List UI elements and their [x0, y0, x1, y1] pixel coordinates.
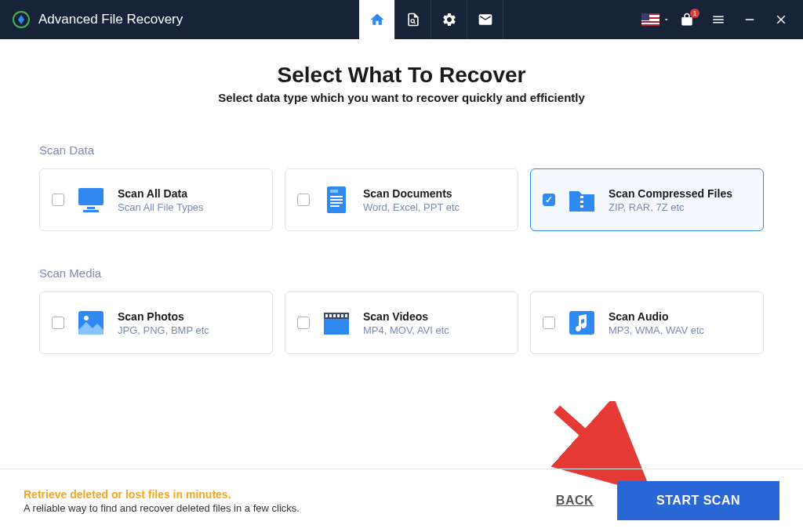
checkbox-audio[interactable]: [543, 317, 555, 329]
language-selector[interactable]: [641, 5, 670, 34]
audio-icon: [566, 308, 598, 338]
document-icon: [321, 185, 352, 215]
card-text: Scan Photos JPG, PNG, BMP etc: [118, 310, 209, 336]
card-text: Scan All Data Scan All File Types: [118, 187, 204, 213]
svg-rect-4: [78, 188, 104, 205]
svg-rect-9: [330, 196, 343, 197]
svg-rect-21: [333, 314, 336, 317]
svg-rect-24: [345, 314, 347, 317]
svg-rect-15: [580, 205, 583, 208]
card-desc: MP3, WMA, WAV etc: [609, 324, 704, 336]
card-title: Scan Documents: [363, 187, 460, 200]
svg-line-28: [557, 409, 631, 476]
nav-tab-settings[interactable]: [431, 0, 467, 39]
minimize-button[interactable]: [736, 5, 764, 34]
card-desc: JPG, PNG, BMP etc: [118, 324, 209, 336]
minimize-icon: [743, 13, 757, 27]
search-doc-icon: [405, 12, 421, 27]
card-desc: MP4, MOV, AVI etc: [363, 324, 449, 336]
card-text: Scan Videos MP4, MOV, AVI etc: [363, 310, 449, 336]
photo-icon: [75, 308, 107, 338]
svg-rect-10: [330, 199, 343, 201]
svg-rect-25: [324, 319, 349, 335]
svg-rect-8: [330, 190, 338, 193]
back-button[interactable]: BACK: [556, 494, 594, 508]
card-text: Scan Audio MP3, WMA, WAV etc: [609, 310, 704, 336]
nav-tab-scan[interactable]: [395, 0, 431, 39]
card-text: Scan Documents Word, Excel, PPT etc: [363, 187, 460, 213]
nav-tab-mail[interactable]: [467, 0, 503, 39]
footer-subline: A reliable way to find and recover delet…: [24, 502, 300, 514]
svg-rect-13: [580, 196, 583, 198]
svg-rect-5: [87, 207, 95, 209]
svg-rect-6: [83, 210, 99, 212]
checkbox-photos[interactable]: [52, 317, 64, 329]
svg-point-1: [411, 20, 414, 23]
close-button[interactable]: [767, 5, 795, 34]
card-title: Scan Compressed Files: [609, 187, 732, 200]
card-scan-photos[interactable]: Scan Photos JPG, PNG, BMP etc: [39, 291, 273, 354]
card-desc: ZIP, RAR, 7Z etc: [609, 201, 732, 213]
checkbox-videos[interactable]: [297, 317, 310, 329]
gear-icon: [441, 12, 457, 27]
checkbox-all-data[interactable]: [52, 194, 64, 206]
card-scan-all[interactable]: Scan All Data Scan All File Types: [39, 168, 273, 231]
home-icon: [369, 12, 385, 27]
card-scan-videos[interactable]: Scan Videos MP4, MOV, AVI etc: [285, 291, 518, 354]
footer: Retrieve deleted or lost files in minute…: [0, 469, 803, 532]
svg-rect-3: [746, 19, 754, 20]
app-title: Advanced File Recovery: [38, 12, 183, 27]
card-desc: Scan All File Types: [118, 201, 204, 213]
svg-rect-23: [341, 314, 343, 317]
card-desc: Word, Excel, PPT etc: [363, 201, 460, 213]
card-row-data: Scan All Data Scan All File Types Scan D…: [39, 168, 764, 231]
svg-rect-22: [337, 314, 340, 317]
chevron-down-icon: [663, 16, 670, 24]
zip-icon: [566, 185, 598, 215]
main-content: Select What To Recover Select data type …: [0, 39, 803, 354]
card-row-media: Scan Photos JPG, PNG, BMP etc Scan Video…: [39, 291, 764, 354]
card-title: Scan Photos: [118, 310, 209, 323]
video-icon: [321, 308, 352, 338]
card-scan-audio[interactable]: Scan Audio MP3, WMA, WAV etc: [530, 291, 764, 354]
footer-text: Retrieve deleted or lost files in minute…: [24, 488, 300, 514]
svg-rect-12: [330, 205, 340, 207]
svg-point-17: [84, 316, 89, 320]
card-scan-compressed[interactable]: Scan Compressed Files ZIP, RAR, 7Z etc: [530, 168, 764, 231]
titlebar: Advanced File Recovery 1: [0, 0, 803, 39]
card-title: Scan All Data: [118, 187, 204, 200]
footer-actions: BACK START SCAN: [556, 481, 779, 520]
page-subheading: Select data type which you want to recov…: [39, 91, 764, 104]
nav-tab-home[interactable]: [359, 0, 395, 39]
card-title: Scan Audio: [609, 310, 704, 323]
svg-rect-14: [580, 201, 583, 203]
notification-badge: 1: [690, 9, 699, 18]
section-label-data: Scan Data: [39, 143, 764, 157]
svg-rect-11: [330, 202, 343, 204]
flag-us-icon: [641, 13, 659, 26]
start-scan-button[interactable]: START SCAN: [617, 481, 779, 520]
svg-rect-19: [325, 314, 328, 317]
checkbox-compressed[interactable]: [543, 194, 555, 206]
page-heading: Select What To Recover: [39, 63, 764, 88]
svg-line-2: [414, 22, 416, 24]
card-scan-documents[interactable]: Scan Documents Word, Excel, PPT etc: [285, 168, 518, 231]
close-icon: [774, 13, 788, 27]
card-title: Scan Videos: [363, 310, 449, 323]
footer-headline: Retrieve deleted or lost files in minute…: [24, 488, 300, 501]
svg-rect-26: [569, 311, 594, 335]
app-logo-icon: [12, 10, 31, 29]
section-label-media: Scan Media: [39, 266, 764, 280]
card-text: Scan Compressed Files ZIP, RAR, 7Z etc: [609, 187, 732, 213]
svg-rect-20: [329, 314, 332, 317]
titlebar-right: 1: [641, 5, 795, 34]
nav-tabs: [359, 0, 503, 39]
checkbox-documents[interactable]: [297, 194, 310, 206]
menu-button[interactable]: [704, 5, 732, 34]
monitor-icon: [75, 185, 107, 215]
mail-icon: [478, 12, 493, 27]
notifications-button[interactable]: 1: [673, 5, 701, 34]
menu-icon: [711, 13, 725, 27]
